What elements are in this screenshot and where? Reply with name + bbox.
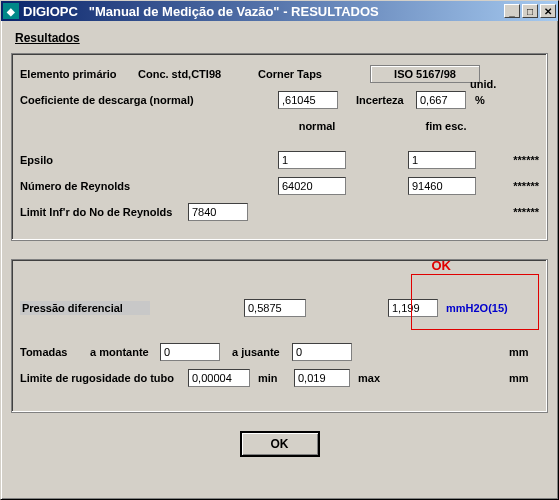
ok-button[interactable]: OK — [240, 431, 320, 457]
tomadas-unit: mm — [509, 346, 539, 358]
titlebar: ◆ DIGIOPC "Manual de Medição de Vazão" -… — [1, 1, 558, 21]
title-suffix: - RESULTADOS — [283, 4, 379, 19]
incerteza-label: Incerteza — [356, 94, 416, 106]
section-title: Resultados — [15, 31, 548, 45]
client-area: Resultados Elemento primário Conc. std,C… — [1, 21, 558, 465]
max-label: max — [358, 372, 394, 384]
results-window: ◆ DIGIOPC "Manual de Medição de Vazão" -… — [0, 0, 559, 500]
pdiff-unit: mmH2O(15) — [446, 302, 508, 314]
epsilo-normal-field[interactable] — [278, 151, 346, 169]
incerteza-unit: % — [475, 94, 485, 106]
rugos-label: Limite de rugosidade do tubo — [20, 372, 188, 384]
group-primary: Elemento primário Conc. std,CTI98 Corner… — [11, 53, 548, 241]
min-label: min — [258, 372, 294, 384]
pdiff-normal-field[interactable] — [244, 299, 306, 317]
app-icon: ◆ — [3, 3, 19, 19]
coef-field[interactable] — [278, 91, 338, 109]
epsilo-stars: ****** — [513, 154, 539, 166]
rugos-min-field[interactable] — [188, 369, 250, 387]
unid-label: unid. — [470, 78, 496, 90]
normal-header: normal — [278, 120, 356, 132]
close-button[interactable]: ✕ — [540, 4, 556, 18]
incerteza-field[interactable] — [416, 91, 466, 109]
limit-stars: ****** — [513, 206, 539, 218]
epsilo-label: Epsilo — [20, 154, 278, 166]
reynolds-normal-field[interactable] — [278, 177, 346, 195]
pdiff-label: Pressão diferencial — [20, 301, 150, 315]
button-bar: OK — [11, 431, 548, 457]
epsilo-fim-field[interactable] — [408, 151, 476, 169]
rugos-max-field[interactable] — [294, 369, 350, 387]
pdiff-fim-field[interactable] — [388, 299, 438, 317]
rugos-unit: mm — [509, 372, 539, 384]
reynolds-stars: ****** — [513, 180, 539, 192]
minimize-button[interactable]: _ — [504, 4, 520, 18]
coef-label: Coeficiente de descarga (normal) — [20, 94, 278, 106]
tomadas-label: Tomadas — [20, 346, 90, 358]
elemento-label: Elemento primário — [20, 68, 138, 80]
title-app: DIGIOPC — [23, 4, 78, 19]
montante-field[interactable] — [160, 343, 220, 361]
title-doc: "Manual de Medição de Vazão" — [89, 4, 280, 19]
window-controls: _ □ ✕ — [504, 4, 556, 18]
reynolds-fim-field[interactable] — [408, 177, 476, 195]
jusante-field[interactable] — [292, 343, 352, 361]
reynolds-label: Número de Reynolds — [20, 180, 278, 192]
window-title: DIGIOPC "Manual de Medição de Vazão" - R… — [23, 4, 504, 19]
jusante-label: a jusante — [232, 346, 292, 358]
maximize-button[interactable]: □ — [522, 4, 538, 18]
iso-box: ISO 5167/98 — [370, 65, 480, 83]
limit-label: Limit Inf'r do No de Reynolds — [20, 206, 188, 218]
group-secondary: OK Pressão diferencial mmH2O(15) Tomadas… — [11, 259, 548, 413]
elemento-value: Conc. std,CTI98 — [138, 68, 258, 80]
fimesc-header: fim esc. — [416, 120, 476, 132]
corner-taps-label: Corner Taps — [258, 68, 370, 80]
limit-field[interactable] — [188, 203, 248, 221]
montante-label: a montante — [90, 346, 160, 358]
